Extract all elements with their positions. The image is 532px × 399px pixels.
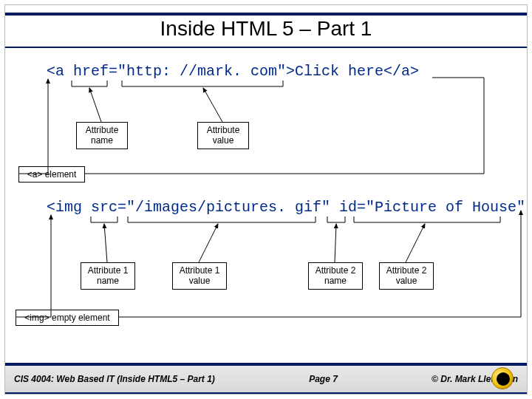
svg-line-0: [89, 88, 101, 122]
svg-line-1: [203, 88, 222, 122]
label-text: Attribute 2 name: [313, 265, 358, 287]
label-text: Attribute 1 value: [177, 265, 222, 287]
page-title: Inside HTML 5 – Part 1: [5, 17, 527, 41]
label-text: Attribute 1 name: [86, 265, 130, 287]
label-img-element: <img> empty element: [16, 310, 119, 326]
svg-line-6: [335, 224, 336, 262]
label-text: Attribute value: [202, 125, 244, 146]
label-attr1-name: Attribute 1 name: [81, 262, 135, 290]
title-band: Inside HTML 5 – Part 1: [5, 13, 527, 48]
label-text: <a> element: [27, 169, 77, 180]
label-attr1-value: Attribute 1 value: [172, 262, 227, 290]
svg-line-4: [104, 224, 107, 262]
content-area: <a href="http: //mark. com">Click here</…: [11, 50, 521, 358]
svg-line-7: [406, 224, 425, 262]
footer: CIS 4004: Web Based IT (Inside HTML5 – P…: [5, 363, 527, 394]
footer-course: CIS 4004: Web Based IT (Inside HTML5 – P…: [14, 374, 215, 384]
slide-frame: Inside HTML 5 – Part 1 <a href="http: //…: [4, 4, 528, 395]
svg-line-5: [199, 224, 218, 262]
label-text: <img> empty element: [24, 313, 109, 323]
label-a-element: <a> element: [18, 166, 85, 183]
code-example-2: <img src="/images/pictures. gif" id="Pic…: [47, 199, 532, 216]
label-text: Attribute 2 value: [384, 265, 429, 287]
footer-page: Page 7: [215, 374, 432, 384]
label-text: Attribute name: [81, 125, 123, 146]
ucf-logo-icon: [491, 367, 514, 389]
code-example-1: <a href="http: //mark. com">Click here</…: [47, 63, 419, 80]
label-attr-name: Attribute name: [76, 122, 128, 149]
label-attr2-name: Attribute 2 name: [308, 262, 363, 290]
label-attr-value: Attribute value: [197, 122, 249, 149]
label-attr2-value: Attribute 2 value: [379, 262, 434, 290]
